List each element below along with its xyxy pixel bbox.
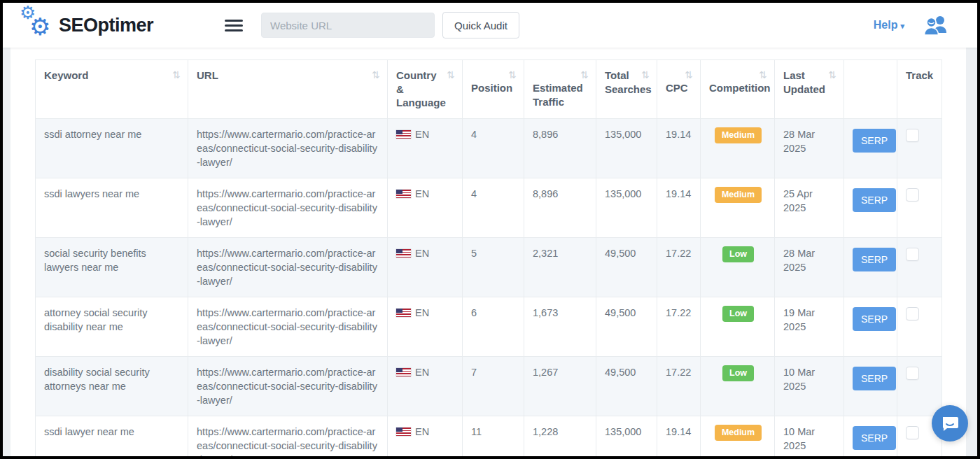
help-dropdown[interactable]: Help▾ (874, 19, 904, 31)
sort-icon[interactable]: ⇅ (580, 69, 589, 81)
table-row: disability social security attorneys nea… (36, 356, 942, 416)
keyword-cell: attorney social security disability near… (36, 297, 188, 356)
country-language-cell: EN (388, 356, 463, 416)
keyword-text: social security benefits lawyers near me (44, 248, 146, 273)
quick-audit-button[interactable]: Quick Audit (442, 12, 519, 38)
keyword-cell: ssdi lawyer near me (36, 416, 188, 459)
last-updated-cell: 10 Mar 2025 (775, 356, 844, 416)
language-code: EN (415, 367, 429, 378)
serp-button[interactable]: SERP (853, 129, 896, 153)
total-searches-cell: 135,000 (596, 118, 657, 178)
position-cell: 7 (463, 356, 524, 416)
sort-icon[interactable]: ⇅ (828, 69, 836, 81)
track-checkbox[interactable] (906, 367, 919, 380)
us-flag-icon (396, 249, 411, 257)
serp-button[interactable]: SERP (853, 426, 896, 450)
last-updated-cell: 19 Mar 2025 (775, 297, 844, 356)
keyword-cell: social security benefits lawyers near me (36, 237, 188, 297)
competition-cell: Medium (701, 178, 775, 237)
position-cell: 11 (463, 416, 524, 459)
column-header-position[interactable]: ⇅Position (463, 60, 524, 119)
column-header-competition[interactable]: ⇅Competition (701, 60, 775, 119)
url-cell: https://www.cartermario.com/practice-are… (188, 237, 388, 297)
cpc-cell: 17.22 (657, 237, 701, 297)
url-cell: https://www.cartermario.com/practice-are… (188, 356, 388, 416)
url-cell: https://www.cartermario.com/practice-are… (188, 416, 388, 459)
chat-launcher-button[interactable] (932, 405, 968, 442)
website-url-input[interactable] (261, 13, 435, 38)
sort-icon[interactable]: ⇅ (508, 69, 517, 81)
competition-badge: Medium (715, 187, 762, 203)
column-header-estimated-traffic[interactable]: ⇅Estimated Traffic (524, 60, 596, 119)
us-flag-icon (396, 309, 411, 317)
column-header-url[interactable]: ⇅URL (188, 60, 388, 119)
table-row: social security benefits lawyers near me… (36, 237, 942, 297)
country-language-cell: EN (388, 118, 463, 178)
sort-icon[interactable]: ⇅ (447, 69, 455, 81)
keyword-cell: ssdi lawyers near me (36, 178, 188, 237)
sort-icon[interactable]: ⇅ (685, 69, 693, 81)
serp-button[interactable]: SERP (853, 307, 896, 331)
column-header-track: Track (897, 60, 942, 119)
serp-cell: SERP (844, 178, 897, 237)
competition-badge: Medium (715, 425, 762, 441)
chat-bubble-icon (941, 414, 959, 432)
language-code: EN (415, 188, 429, 199)
serp-cell: SERP (844, 356, 897, 416)
sort-icon[interactable]: ⇅ (372, 69, 380, 81)
track-cell (897, 237, 942, 297)
serp-button[interactable]: SERP (853, 248, 896, 271)
column-header-last-updated[interactable]: ⇅Last Updated (775, 60, 844, 119)
keyword-text: ssdi lawyer near me (44, 426, 134, 437)
competition-badge: Low (722, 246, 754, 262)
top-navigation-bar: ⚙ ⚙ SEOptimer Quick Audit Help▾ (3, 3, 977, 48)
sort-icon[interactable]: ⇅ (641, 69, 650, 81)
hamburger-menu-icon[interactable] (225, 17, 243, 34)
competition-badge: Low (722, 306, 754, 322)
estimated-traffic-cell: 1,267 (524, 356, 596, 416)
table-row: ssdi attorney near me https://www.carter… (36, 118, 942, 178)
competition-cell: Low (701, 297, 775, 356)
url-cell: https://www.cartermario.com/practice-are… (188, 118, 388, 178)
column-header-total-searches[interactable]: ⇅Total Searches (596, 60, 657, 119)
last-updated-cell: 28 Mar 2025 (775, 237, 844, 297)
last-updated-cell: 28 Mar 2025 (775, 118, 844, 178)
us-flag-icon (396, 130, 411, 139)
users-icon[interactable] (923, 15, 949, 36)
serp-cell: SERP (844, 118, 897, 178)
country-language-cell: EN (388, 178, 463, 237)
position-cell: 5 (463, 237, 524, 297)
serp-button[interactable]: SERP (853, 188, 896, 212)
main-content-panel: ⇅Keyword⇅URL⇅Country & Language⇅Position… (10, 48, 966, 456)
column-header-country-language[interactable]: ⇅Country & Language (388, 60, 463, 119)
track-checkbox[interactable] (906, 307, 919, 320)
competition-cell: Low (701, 237, 775, 297)
track-checkbox[interactable] (906, 248, 919, 261)
position-cell: 4 (463, 178, 524, 237)
track-cell (897, 297, 942, 356)
serp-button[interactable]: SERP (853, 367, 896, 390)
keywords-table: ⇅Keyword⇅URL⇅Country & Language⇅Position… (35, 59, 942, 459)
brand-name: SEOptimer (59, 15, 153, 36)
language-code: EN (415, 426, 429, 437)
last-updated-cell: 25 Apr 2025 (775, 178, 844, 237)
url-text: https://www.cartermario.com/practice-are… (197, 307, 377, 346)
estimated-traffic-cell: 2,321 (524, 237, 596, 297)
keyword-text: attorney social security disability near… (44, 307, 147, 332)
track-checkbox[interactable] (906, 188, 919, 202)
seoptimer-logo[interactable]: ⚙ ⚙ SEOptimer (21, 9, 153, 41)
language-code: EN (415, 307, 429, 318)
us-flag-icon (396, 190, 411, 198)
track-checkbox[interactable] (906, 426, 919, 439)
track-checkbox[interactable] (906, 129, 919, 142)
cpc-cell: 19.14 (657, 416, 701, 459)
sort-icon[interactable]: ⇅ (759, 69, 767, 81)
sort-icon[interactable]: ⇅ (172, 69, 181, 81)
column-header-cpc[interactable]: ⇅CPC (657, 60, 701, 119)
url-text: https://www.cartermario.com/practice-are… (197, 248, 377, 287)
language-code: EN (415, 129, 429, 140)
country-language-cell: EN (388, 237, 463, 297)
track-cell (897, 178, 942, 237)
total-searches-cell: 49,500 (596, 356, 657, 416)
column-header-keyword[interactable]: ⇅Keyword (36, 60, 188, 119)
